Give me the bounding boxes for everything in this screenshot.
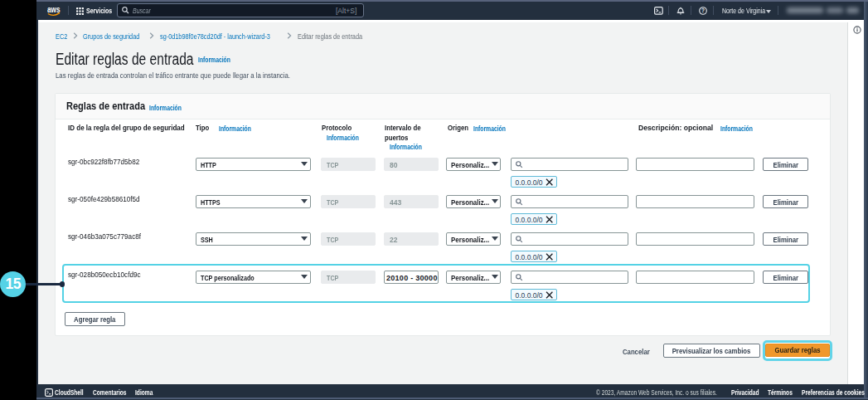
svg-text:aws: aws <box>47 4 61 14</box>
svg-text:?: ? <box>701 7 705 13</box>
